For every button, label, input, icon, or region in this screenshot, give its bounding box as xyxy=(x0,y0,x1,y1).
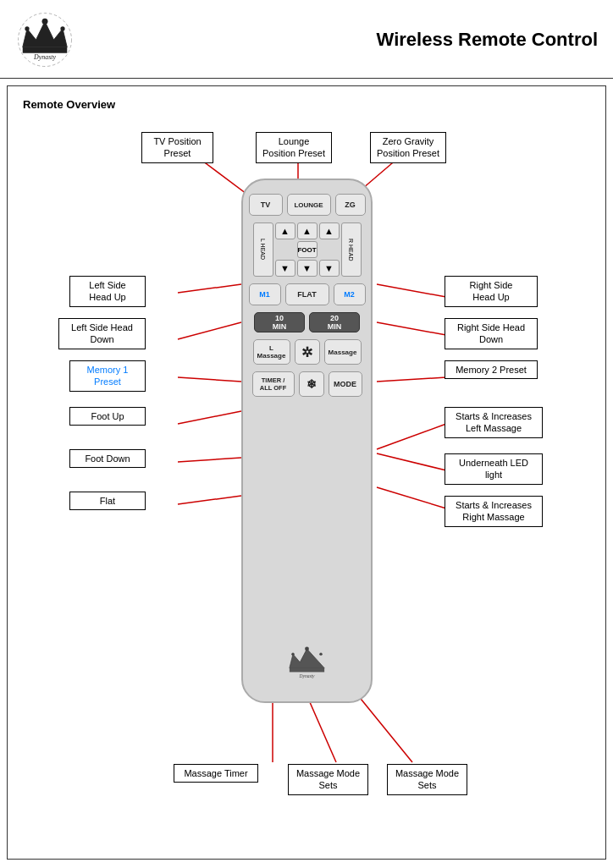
left-massage-button[interactable]: L Massage xyxy=(253,339,290,365)
svg-line-11 xyxy=(178,322,241,339)
label-tv-position: TV Position Preset xyxy=(141,132,213,163)
zg-button[interactable]: ZG xyxy=(335,194,366,216)
logo-area: Dynasty xyxy=(15,10,75,69)
header: Dynasty Wireless Remote Control xyxy=(0,0,613,79)
svg-line-14 xyxy=(178,458,241,462)
label-left-side-head-down: Left Side Head Down xyxy=(58,318,146,349)
svg-marker-25 xyxy=(290,649,324,668)
svg-line-13 xyxy=(178,411,241,424)
massage-row: L Massage ✲ Massage xyxy=(253,339,362,365)
svg-line-23 xyxy=(306,695,336,762)
svg-rect-1 xyxy=(23,47,68,53)
timer-20-button[interactable]: 20 MIN xyxy=(309,312,360,332)
foot-down-btn[interactable]: ▼ xyxy=(297,260,318,277)
svg-text:Dynasty: Dynasty xyxy=(33,53,56,61)
svg-line-18 xyxy=(377,377,446,382)
remote-control: TV LOUNGE ZG L HEAD ▲ ▲ ▲ R xyxy=(241,179,373,703)
spacer xyxy=(275,241,295,258)
page-title: Wireless Remote Control xyxy=(377,29,598,51)
massage-center-button[interactable]: ✲ xyxy=(295,339,320,365)
svg-point-27 xyxy=(305,647,309,651)
label-memory1-preset: Memory 1 Preset xyxy=(69,360,146,392)
svg-point-28 xyxy=(291,652,294,655)
label-massage-mode-sets-1: Massage Mode Sets xyxy=(288,764,368,795)
label-foot-down: Foot Down xyxy=(69,449,146,468)
svg-point-2 xyxy=(42,19,48,25)
label-zero-gravity: Zero Gravity Position Preset xyxy=(370,132,446,163)
label-memory2-preset: Memory 2 Preset xyxy=(445,360,538,379)
label-foot-up: Foot Up xyxy=(69,407,146,426)
svg-line-15 xyxy=(178,496,241,504)
mode-button[interactable]: MODE xyxy=(329,371,362,397)
svg-rect-26 xyxy=(290,668,324,673)
label-massage-mode-sets-2: Massage Mode Sets xyxy=(387,764,467,795)
svg-line-16 xyxy=(377,284,446,297)
mode-icon-button[interactable]: ❄ xyxy=(299,371,324,397)
label-starts-increases-right: Starts & Increases Right Massage xyxy=(445,496,543,527)
tv-button[interactable]: TV xyxy=(249,194,283,216)
svg-line-10 xyxy=(178,284,241,293)
label-left-side-head-up: Left Side Head Up xyxy=(69,276,146,307)
foot-up-btn[interactable]: ▲ xyxy=(297,222,318,239)
right-massage-button[interactable]: Massage xyxy=(324,339,362,365)
lounge-button[interactable]: LOUNGE xyxy=(287,194,331,216)
right-head-label: R HEAD xyxy=(341,222,362,277)
svg-line-12 xyxy=(178,377,241,382)
svg-text:Dynasty: Dynasty xyxy=(298,673,315,678)
memory-flat-row: M1 FLAT M2 xyxy=(249,283,366,305)
right-head-up-btn[interactable]: ▲ xyxy=(319,222,340,239)
diagram: TV Position Preset Lounge Position Prese… xyxy=(23,119,605,847)
m1-button[interactable]: M1 xyxy=(249,283,281,305)
left-head-label: L HEAD xyxy=(253,222,273,277)
svg-line-21 xyxy=(377,487,446,508)
left-head-down-btn[interactable]: ▼ xyxy=(275,260,295,277)
main-content: Remote Overview xyxy=(7,85,606,860)
timer-row: 10 MIN 20 MIN xyxy=(254,312,360,332)
preset-buttons-row: TV LOUNGE ZG xyxy=(249,194,366,216)
remote-crown-icon: Dynasty xyxy=(284,641,330,688)
m2-button[interactable]: M2 xyxy=(334,283,366,305)
spacer2 xyxy=(319,241,340,258)
label-massage-timer: Massage Timer xyxy=(174,764,258,783)
svg-line-17 xyxy=(377,322,446,335)
timer-mode-row: TIMER / ALL OFF ❄ MODE xyxy=(252,371,362,397)
timer-all-off-button[interactable]: TIMER / ALL OFF xyxy=(252,371,295,397)
section-title: Remote Overview xyxy=(23,98,590,111)
left-head-up-btn[interactable]: ▲ xyxy=(275,222,295,239)
svg-point-29 xyxy=(319,652,322,655)
label-lounge-position: Lounge Position Preset xyxy=(256,132,332,163)
label-starts-increases-left: Starts & Increases Left Massage xyxy=(445,407,543,438)
right-head-down-btn[interactable]: ▼ xyxy=(319,260,340,277)
label-right-side-head-up: Right Side Head Up xyxy=(445,276,538,307)
label-underneath-led: Underneath LED light xyxy=(445,453,543,485)
remote-logo: Dynasty xyxy=(284,633,330,688)
dynasty-logo: Dynasty xyxy=(15,10,75,69)
svg-line-24 xyxy=(357,695,412,762)
svg-line-20 xyxy=(377,453,446,470)
timer-10-button[interactable]: 10 MIN xyxy=(254,312,305,332)
label-flat: Flat xyxy=(69,492,146,510)
flat-button[interactable]: FLAT xyxy=(285,283,329,305)
foot-label: FOOT xyxy=(297,241,318,258)
svg-point-3 xyxy=(25,26,29,30)
svg-marker-0 xyxy=(23,21,68,47)
svg-line-19 xyxy=(377,424,446,449)
svg-point-4 xyxy=(60,26,64,30)
arrow-cluster: L HEAD ▲ ▲ ▲ R HEAD FOOT ▼ ▼ xyxy=(253,222,362,277)
label-right-side-head-down: Right Side Head Down xyxy=(445,318,538,349)
